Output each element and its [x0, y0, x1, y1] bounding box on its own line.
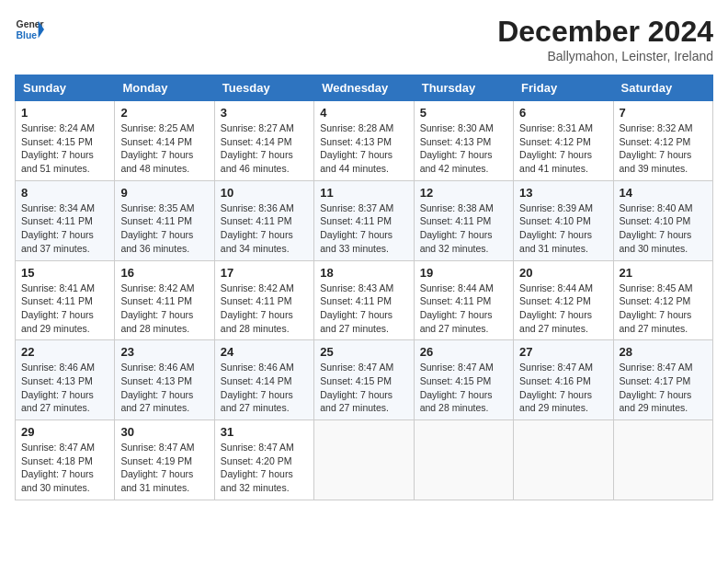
calendar-cell: 2Sunrise: 8:25 AMSunset: 4:14 PMDaylight…	[115, 101, 214, 181]
calendar-cell: 24Sunrise: 8:46 AMSunset: 4:14 PMDayligh…	[214, 340, 313, 420]
header-day-saturday: Saturday	[613, 75, 712, 101]
day-detail: Sunrise: 8:44 AMSunset: 4:12 PMDaylight:…	[519, 282, 607, 336]
day-detail: Sunrise: 8:47 AMSunset: 4:17 PMDaylight:…	[620, 361, 707, 415]
day-detail: Sunrise: 8:27 AMSunset: 4:14 PMDaylight:…	[221, 121, 308, 176]
day-detail: Sunrise: 8:47 AMSunset: 4:15 PMDaylight:…	[320, 361, 407, 415]
calendar-cell: 12Sunrise: 8:38 AMSunset: 4:11 PMDayligh…	[414, 180, 513, 260]
header-day-wednesday: Wednesday	[314, 75, 414, 101]
calendar-cell: 14Sunrise: 8:40 AMSunset: 4:10 PMDayligh…	[613, 180, 712, 260]
calendar-cell: 6Sunrise: 8:31 AMSunset: 4:12 PMDaylight…	[514, 101, 613, 181]
header-day-friday: Friday	[514, 75, 613, 101]
day-detail: Sunrise: 8:34 AMSunset: 4:11 PMDaylight:…	[21, 201, 108, 256]
day-number: 4	[320, 106, 407, 120]
page-header: General Blue December 2024 Ballymahon, L…	[15, 15, 713, 63]
day-number: 29	[21, 425, 108, 439]
day-number: 23	[120, 345, 208, 359]
day-detail: Sunrise: 8:24 AMSunset: 4:15 PMDaylight:…	[21, 121, 108, 176]
day-number: 26	[420, 345, 507, 359]
day-number: 22	[21, 345, 108, 359]
calendar-cell: 9Sunrise: 8:35 AMSunset: 4:11 PMDaylight…	[115, 180, 214, 260]
calendar-cell: 15Sunrise: 8:41 AMSunset: 4:11 PMDayligh…	[16, 260, 115, 340]
calendar-cell	[314, 420, 414, 500]
day-detail: Sunrise: 8:46 AMSunset: 4:13 PMDaylight:…	[21, 361, 108, 415]
day-number: 11	[320, 186, 407, 200]
calendar-cell: 30Sunrise: 8:47 AMSunset: 4:19 PMDayligh…	[115, 420, 214, 500]
header-day-sunday: Sunday	[16, 75, 115, 101]
day-number: 10	[221, 186, 308, 200]
calendar-cell: 21Sunrise: 8:45 AMSunset: 4:12 PMDayligh…	[613, 260, 712, 340]
logo-icon: General Blue	[15, 15, 44, 44]
day-number: 1	[21, 106, 108, 120]
svg-text:Blue: Blue	[17, 30, 38, 40]
day-detail: Sunrise: 8:42 AMSunset: 4:11 PMDaylight:…	[120, 282, 208, 336]
day-number: 13	[519, 186, 607, 200]
day-detail: Sunrise: 8:38 AMSunset: 4:11 PMDaylight:…	[420, 201, 507, 256]
day-detail: Sunrise: 8:44 AMSunset: 4:11 PMDaylight:…	[420, 282, 507, 336]
calendar-cell: 19Sunrise: 8:44 AMSunset: 4:11 PMDayligh…	[414, 260, 513, 340]
calendar-cell: 11Sunrise: 8:37 AMSunset: 4:11 PMDayligh…	[314, 180, 414, 260]
day-number: 30	[120, 425, 208, 439]
calendar-cell: 28Sunrise: 8:47 AMSunset: 4:17 PMDayligh…	[613, 340, 712, 420]
day-number: 31	[221, 425, 308, 439]
day-number: 6	[519, 106, 607, 120]
day-detail: Sunrise: 8:40 AMSunset: 4:10 PMDaylight:…	[620, 201, 707, 256]
week-row-3: 15Sunrise: 8:41 AMSunset: 4:11 PMDayligh…	[16, 260, 713, 340]
day-number: 12	[420, 186, 507, 200]
header-row: SundayMondayTuesdayWednesdayThursdayFrid…	[16, 75, 713, 101]
day-number: 19	[420, 266, 507, 280]
calendar-cell: 18Sunrise: 8:43 AMSunset: 4:11 PMDayligh…	[314, 260, 414, 340]
calendar-cell	[414, 420, 513, 500]
calendar-cell	[514, 420, 613, 500]
day-number: 14	[620, 186, 707, 200]
logo: General Blue	[15, 15, 44, 44]
day-number: 9	[120, 186, 208, 200]
day-detail: Sunrise: 8:47 AMSunset: 4:20 PMDaylight:…	[221, 441, 308, 495]
calendar-cell: 7Sunrise: 8:32 AMSunset: 4:12 PMDaylight…	[613, 101, 712, 181]
calendar-cell: 31Sunrise: 8:47 AMSunset: 4:20 PMDayligh…	[214, 420, 313, 500]
header-day-monday: Monday	[115, 75, 214, 101]
header-day-thursday: Thursday	[414, 75, 513, 101]
calendar-cell	[613, 420, 712, 500]
day-number: 8	[21, 186, 108, 200]
day-detail: Sunrise: 8:43 AMSunset: 4:11 PMDaylight:…	[320, 282, 407, 336]
day-number: 20	[519, 266, 607, 280]
day-number: 27	[519, 345, 607, 359]
week-row-5: 29Sunrise: 8:47 AMSunset: 4:18 PMDayligh…	[16, 420, 713, 500]
day-number: 15	[21, 266, 108, 280]
day-number: 2	[120, 106, 208, 120]
calendar-cell: 13Sunrise: 8:39 AMSunset: 4:10 PMDayligh…	[514, 180, 613, 260]
day-detail: Sunrise: 8:39 AMSunset: 4:10 PMDaylight:…	[519, 201, 607, 256]
day-detail: Sunrise: 8:35 AMSunset: 4:11 PMDaylight:…	[120, 201, 208, 256]
day-number: 28	[620, 345, 707, 359]
calendar-cell: 22Sunrise: 8:46 AMSunset: 4:13 PMDayligh…	[16, 340, 115, 420]
calendar-cell: 17Sunrise: 8:42 AMSunset: 4:11 PMDayligh…	[214, 260, 313, 340]
day-number: 17	[221, 266, 308, 280]
calendar-cell: 3Sunrise: 8:27 AMSunset: 4:14 PMDaylight…	[214, 101, 313, 181]
day-number: 18	[320, 266, 407, 280]
calendar-cell: 8Sunrise: 8:34 AMSunset: 4:11 PMDaylight…	[16, 180, 115, 260]
calendar-cell: 25Sunrise: 8:47 AMSunset: 4:15 PMDayligh…	[314, 340, 414, 420]
day-detail: Sunrise: 8:47 AMSunset: 4:19 PMDaylight:…	[120, 441, 208, 495]
calendar-table: SundayMondayTuesdayWednesdayThursdayFrid…	[15, 75, 713, 500]
day-detail: Sunrise: 8:42 AMSunset: 4:11 PMDaylight:…	[221, 282, 308, 336]
week-row-2: 8Sunrise: 8:34 AMSunset: 4:11 PMDaylight…	[16, 180, 713, 260]
calendar-cell: 10Sunrise: 8:36 AMSunset: 4:11 PMDayligh…	[214, 180, 313, 260]
day-detail: Sunrise: 8:30 AMSunset: 4:13 PMDaylight:…	[420, 121, 507, 176]
day-number: 24	[221, 345, 308, 359]
week-row-1: 1Sunrise: 8:24 AMSunset: 4:15 PMDaylight…	[16, 101, 713, 181]
day-number: 7	[620, 106, 707, 120]
title-block: December 2024 Ballymahon, Leinster, Irel…	[497, 15, 713, 63]
day-detail: Sunrise: 8:45 AMSunset: 4:12 PMDaylight:…	[620, 282, 707, 336]
day-detail: Sunrise: 8:28 AMSunset: 4:13 PMDaylight:…	[320, 121, 407, 176]
week-row-4: 22Sunrise: 8:46 AMSunset: 4:13 PMDayligh…	[16, 340, 713, 420]
day-detail: Sunrise: 8:37 AMSunset: 4:11 PMDaylight:…	[320, 201, 407, 256]
header-day-tuesday: Tuesday	[214, 75, 313, 101]
calendar-cell: 4Sunrise: 8:28 AMSunset: 4:13 PMDaylight…	[314, 101, 414, 181]
day-detail: Sunrise: 8:25 AMSunset: 4:14 PMDaylight:…	[120, 121, 208, 176]
day-detail: Sunrise: 8:46 AMSunset: 4:14 PMDaylight:…	[221, 361, 308, 415]
day-number: 16	[120, 266, 208, 280]
day-detail: Sunrise: 8:32 AMSunset: 4:12 PMDaylight:…	[620, 121, 707, 176]
calendar-cell: 23Sunrise: 8:46 AMSunset: 4:13 PMDayligh…	[115, 340, 214, 420]
day-detail: Sunrise: 8:36 AMSunset: 4:11 PMDaylight:…	[221, 201, 308, 256]
day-number: 21	[620, 266, 707, 280]
